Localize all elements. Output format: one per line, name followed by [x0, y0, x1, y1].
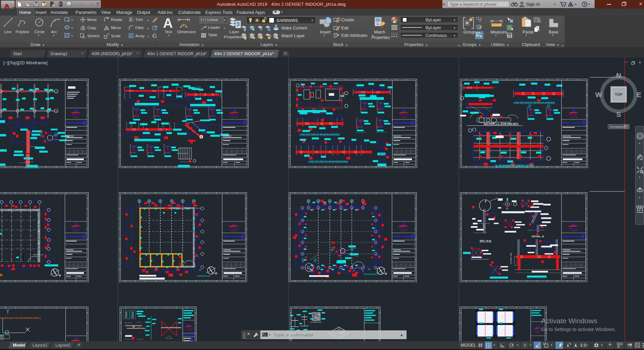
- svg-text:EP-ROOM(GD) I-CRC: EP-ROOM(GD) I-CRC: [364, 273, 381, 275]
- svg-text:SLAB REINFORCEMENT DETAIL: SLAB REINFORCEMENT DETAIL: [495, 164, 535, 167]
- svg-text:RP: RP: [368, 268, 371, 270]
- svg-text:dwl: dwl: [124, 322, 127, 323]
- svg-text:TELECOM: TELECOM: [73, 230, 79, 232]
- svg-text:WIZGARD: WIZGARD: [399, 227, 408, 229]
- svg-text:mm@dbl(ml)j rock.: mm@dbl(ml)j rock.: [197, 275, 211, 277]
- svg-text:ERICSSON: ERICSSON: [394, 121, 412, 125]
- svg-text:DETAIL -D: DETAIL -D: [532, 235, 544, 238]
- svg-text:A: A: [55, 110, 57, 112]
- svg-text:N: N: [214, 271, 218, 275]
- svg-text:ERICSSON: ERICSSON: [67, 121, 85, 125]
- svg-text:N: N: [384, 272, 388, 276]
- svg-text:WIZGARD: WIZGARD: [230, 114, 239, 116]
- svg-text:ERICSSON: ERICSSON: [223, 121, 242, 125]
- svg-text:LONG SECTION OF BEAM-B3(250X30: LONG SECTION OF BEAM-B3(250X300).: [308, 160, 348, 162]
- svg-text:TELECOM: TELECOM: [570, 230, 577, 232]
- svg-text:C1: C1: [506, 207, 508, 210]
- svg-text:ERICSSON: ERICSSON: [393, 235, 412, 238]
- svg-text:E: E: [637, 91, 641, 99]
- svg-text:ERICSSON: ERICSSON: [563, 121, 581, 125]
- svg-text:BOUNDARY WALL: BOUNDARY WALL: [510, 252, 512, 264]
- svg-text:AMMF: AMMF: [0, 338, 4, 340]
- svg-text:TELECOM: TELECOM: [230, 230, 237, 232]
- svg-text:WIZGARD: WIZGARD: [533, 329, 542, 331]
- svg-text:WIZGARD: WIZGARD: [229, 227, 238, 229]
- svg-text:1: 1: [55, 91, 57, 93]
- svg-text:TELECOM: TELECOM: [231, 116, 237, 118]
- svg-text:WIZGARD: WIZGARD: [71, 227, 80, 229]
- svg-text:N: N: [616, 71, 621, 79]
- svg-text:TELECOM: TELECOM: [400, 116, 407, 118]
- svg-text:LONG SECTION OF BEAM-B1A (250: LONG SECTION OF BEAM-B1A (250X350): [513, 101, 555, 104]
- svg-text:ERICSSON: ERICSSON: [563, 235, 581, 238]
- svg-text:TELECOM: TELECOM: [400, 230, 407, 232]
- svg-text:ERICSSON: ERICSSON: [224, 235, 242, 238]
- svg-text:TOP: TOP: [615, 92, 622, 96]
- svg-text:ERICSSON: ERICSSON: [66, 235, 85, 238]
- svg-text:WIZGARD: WIZGARD: [569, 114, 578, 116]
- svg-text:WIZGARD: WIZGARD: [399, 114, 408, 116]
- svg-text:WIZGARD: WIZGARD: [569, 227, 578, 229]
- svg-text:?: ?: [583, 2, 586, 6]
- svg-text:SCHEDULE OF BOUNDARY WALL: SCHEDULE OF BOUNDARY WALL: [0, 316, 42, 320]
- svg-text:SEC: N-N.: SEC: N-N.: [480, 239, 491, 242]
- svg-text:WIZGARD: WIZGARD: [185, 327, 193, 329]
- svg-text:TELECOM: TELECOM: [535, 331, 540, 333]
- svg-text:TELECOM: TELECOM: [186, 329, 192, 331]
- svg-text:WIZGARD: WIZGARD: [72, 114, 80, 116]
- svg-text:GENSET ROOM: GENSET ROOM: [33, 254, 43, 256]
- svg-text:SECTION: L-L. (FOR GEN SET): SECTION: L-L. (FOR GEN SET): [484, 123, 518, 125]
- svg-text:W: W: [595, 91, 602, 99]
- svg-text:TELECOM: TELECOM: [571, 116, 577, 118]
- svg-text:LONG SECTION OF BEAM-B2 (250X: LONG SECTION OF BEAM-B2 (250X350): [300, 133, 340, 135]
- svg-text:TELECOM: TELECOM: [73, 116, 79, 118]
- svg-text:RP: RP: [199, 269, 202, 271]
- svg-text:S: S: [616, 110, 621, 118]
- svg-text:N: N: [58, 274, 62, 277]
